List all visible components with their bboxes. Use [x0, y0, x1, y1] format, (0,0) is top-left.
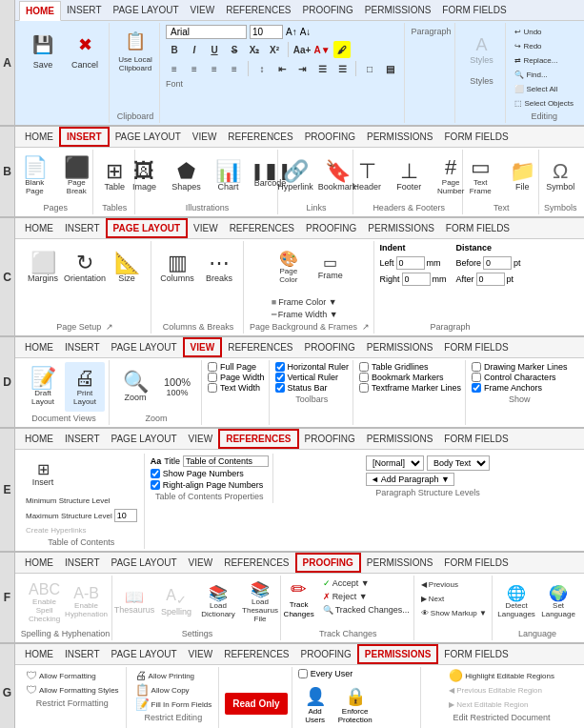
every-user-check[interactable]: [298, 669, 308, 678]
toc-title-input[interactable]: [183, 455, 269, 467]
align-left-btn[interactable]: ≡: [166, 60, 183, 77]
full-page-check[interactable]: [208, 362, 217, 372]
tab-formfields-e[interactable]: FORM FIELDS: [438, 429, 514, 449]
load-thesaurus-button[interactable]: 📚 LoadThesaurus File: [240, 577, 280, 627]
tab-view-b[interactable]: VIEW: [187, 127, 223, 147]
font-color-button[interactable]: A▼: [313, 41, 331, 58]
show-page-check[interactable]: [151, 469, 160, 478]
tab-permissions-c[interactable]: PERMISSIONS: [362, 218, 439, 238]
toc-insert-button[interactable]: ⊞ Insert: [23, 455, 63, 494]
frame-color-button[interactable]: ■ Frame Color ▼: [269, 296, 341, 308]
hyphenation-button[interactable]: A-B EnableHyphenation: [67, 577, 107, 627]
tab-home-g[interactable]: HOME: [19, 644, 59, 664]
max-level-input[interactable]: [114, 509, 137, 522]
tab-formfields-d[interactable]: FORM FIELDS: [438, 337, 514, 357]
enforce-protection-button[interactable]: 🔒 EnforceProtection: [336, 684, 374, 726]
tab-proofing-c[interactable]: PROOFING: [300, 218, 362, 238]
read-only-button[interactable]: Read Only: [225, 693, 287, 715]
draft-layout-button[interactable]: 📝 DraftLayout: [23, 362, 63, 412]
right-align-check[interactable]: [151, 480, 160, 490]
tab-references-c[interactable]: REFERENCES: [224, 218, 300, 238]
tab-home-b[interactable]: HOME: [19, 127, 59, 147]
allow-copy-button[interactable]: 📋 Allow Copy: [132, 683, 215, 697]
highlight-button[interactable]: 🖌: [333, 41, 351, 58]
tab-formfields-a[interactable]: FORM FIELDS: [436, 0, 512, 20]
indent-increase-btn[interactable]: ⇥: [293, 60, 311, 77]
tab-view-a[interactable]: VIEW: [185, 0, 221, 20]
select-objects-button[interactable]: ⬚ Select Objects: [512, 96, 576, 110]
tab-references-g[interactable]: REFERENCES: [218, 644, 294, 664]
tab-view-c[interactable]: VIEW: [188, 218, 224, 238]
tab-home-c[interactable]: HOME: [19, 218, 59, 238]
justify-btn[interactable]: ≡: [226, 60, 243, 77]
file-button[interactable]: 📁 File: [502, 152, 542, 201]
underline-button[interactable]: U: [206, 41, 223, 58]
frame-anchors-check[interactable]: [472, 383, 481, 393]
allow-formatting-styles-button[interactable]: 🛡 Allow Formatting Styles: [23, 683, 122, 697]
normal-select[interactable]: [Normal]: [366, 455, 424, 471]
vert-ruler-check[interactable]: [275, 373, 285, 382]
table-gridlines-check[interactable]: [359, 362, 369, 372]
tab-proofing-e[interactable]: PROOFING: [299, 429, 361, 449]
breaks-button[interactable]: ⋯ Breaks: [199, 243, 239, 293]
tab-pagelayout-f[interactable]: PAGE LAYOUT: [106, 553, 183, 573]
redo-button[interactable]: ↪ Redo: [512, 39, 576, 52]
text-frame-button[interactable]: ▭ TextFrame: [460, 152, 500, 201]
tab-permissions-d[interactable]: PERMISSIONS: [361, 337, 438, 357]
tab-pagelayout-d[interactable]: PAGE LAYOUT: [106, 337, 183, 357]
min-structure-button[interactable]: Minimum Structure Level: [23, 495, 140, 506]
detect-language-button[interactable]: 🌐 DetectLanguages: [496, 577, 536, 627]
shading-btn[interactable]: ▤: [381, 60, 398, 77]
tab-home-e[interactable]: HOME: [19, 429, 59, 449]
tab-view-d[interactable]: VIEW: [183, 337, 223, 357]
frame-width-button[interactable]: ━ Frame Width ▼: [269, 309, 341, 320]
previous-change-button[interactable]: ◀ Previous: [418, 577, 490, 591]
add-users-button[interactable]: 👤 AddUsers: [298, 684, 332, 726]
track-changes-button[interactable]: ✏ TrackChanges: [284, 577, 314, 618]
zoom-100-button[interactable]: 100% 100%: [157, 362, 197, 412]
create-hyperlinks-button[interactable]: Create Hyperlinks: [23, 525, 140, 536]
font-name-input[interactable]: [166, 25, 247, 39]
tab-home-d[interactable]: HOME: [19, 337, 59, 357]
allow-formatting-button[interactable]: 🛡 Allow Formatting: [23, 669, 122, 682]
fill-form-fields-button[interactable]: 📝 Fill In Form Fields: [132, 698, 215, 711]
indent-decrease-btn[interactable]: ⇤: [273, 60, 291, 77]
spell-check-button[interactable]: ABC Enable SpellChecking: [25, 577, 65, 627]
body-text-select[interactable]: Body Text: [427, 455, 490, 471]
shrink-font-btn[interactable]: A↓: [300, 27, 312, 37]
control-chars-check[interactable]: [472, 373, 481, 382]
zoom-button[interactable]: 🔍 Zoom: [115, 362, 155, 412]
image-button[interactable]: 🖼 Image: [124, 152, 164, 201]
tab-references-f[interactable]: REFERENCES: [218, 553, 294, 573]
thesaurus-button[interactable]: 📖 Thesaurus: [114, 577, 154, 627]
tab-references-d[interactable]: REFERENCES: [222, 337, 298, 357]
footer-button[interactable]: ⊥ Footer: [389, 152, 429, 201]
tab-insert-d[interactable]: INSERT: [59, 337, 106, 357]
tab-proofing-f[interactable]: PROOFING: [295, 553, 361, 573]
use-local-clipboard-button[interactable]: 📋 Use LocalClipboard: [115, 25, 155, 74]
cancel-button[interactable]: ✖ Cancel: [65, 25, 105, 74]
tab-permissions-e[interactable]: PERMISSIONS: [361, 429, 438, 449]
orientation-button[interactable]: ↻ Orientation: [65, 243, 105, 293]
tab-proofing-d[interactable]: PROOFING: [299, 337, 361, 357]
styles-button[interactable]: A Styles: [461, 25, 501, 74]
next-editable-button[interactable]: ▶ Next Editable Region: [446, 698, 557, 711]
tab-proofing-b[interactable]: PROOFING: [299, 127, 361, 147]
shapes-button[interactable]: ⬟ Shapes: [166, 152, 206, 201]
list-bullets-btn[interactable]: ☰: [313, 60, 331, 77]
select-all-button[interactable]: ⬜ Select All: [512, 82, 576, 95]
tab-insert-b[interactable]: INSERT: [59, 127, 110, 147]
drawing-marker-check[interactable]: [472, 362, 481, 372]
page-width-check[interactable]: [208, 373, 217, 382]
tab-pagelayout-g[interactable]: PAGE LAYOUT: [106, 644, 183, 664]
tab-proofing-a[interactable]: PROOFING: [297, 0, 359, 20]
change-case-button[interactable]: Aa+: [293, 41, 311, 58]
tab-permissions-a[interactable]: PERMISSIONS: [359, 0, 436, 20]
frame-button[interactable]: ▭ Frame: [311, 243, 351, 293]
grow-font-btn[interactable]: A↑: [286, 27, 297, 37]
line-spacing-btn[interactable]: ↕: [253, 60, 271, 77]
tab-view-e[interactable]: VIEW: [183, 429, 219, 449]
tab-formfields-f[interactable]: FORM FIELDS: [438, 553, 514, 573]
tab-home-f[interactable]: HOME: [19, 553, 59, 573]
border-btn[interactable]: □: [361, 60, 378, 77]
